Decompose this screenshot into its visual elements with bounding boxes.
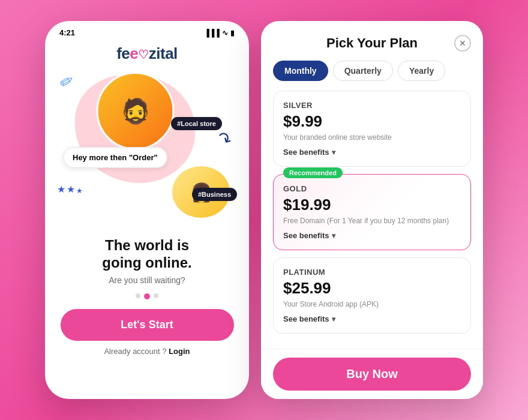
chevron-down-icon: ▾	[332, 148, 335, 157]
star-icon-3: ★	[76, 187, 83, 195]
left-phone: 4:21 ▐▐▐ ∿ ▮ fee♡zital ✏ 🧔 #Local store …	[45, 21, 249, 399]
already-account-text: Already account ? Login	[104, 347, 190, 356]
battery-icon: ▮	[230, 29, 235, 37]
panel-header: Pick Your Plan ✕	[273, 35, 471, 51]
hero-area: ✏ 🧔 #Local store Hey more then "Order" ↷…	[45, 63, 249, 231]
plan-platinum: PLATINUM $25.99 Your Store Android app (…	[273, 257, 471, 334]
plan-gold-name: GOLD	[283, 184, 461, 193]
avatar-man: 🧔	[97, 72, 175, 150]
tagline: The world is going online.	[90, 237, 203, 272]
tagline-line2: going online.	[102, 254, 191, 271]
business-tag: #Business	[192, 188, 237, 201]
tab-quarterly[interactable]: Quarterly	[333, 61, 393, 81]
panel-title: Pick Your Plan	[326, 35, 418, 51]
local-tag: #Local store	[171, 117, 222, 130]
plan-silver-name: SILVER	[283, 101, 461, 110]
chevron-down-icon-2: ▾	[332, 232, 335, 240]
recommended-badge: Recommended	[283, 167, 343, 178]
login-link[interactable]: Login	[169, 347, 190, 356]
right-panel: Pick Your Plan ✕ Monthly Quarterly Yearl…	[261, 21, 483, 399]
plan-silver-benefits-btn[interactable]: See benefits ▾	[283, 148, 461, 157]
signal-icon: ▐▐▐	[204, 29, 220, 37]
plan-gold-price: $19.99	[283, 196, 461, 214]
star-icon-2: ★	[67, 184, 75, 195]
carousel-dots	[136, 293, 158, 299]
dot-3	[154, 293, 158, 298]
close-button[interactable]: ✕	[454, 35, 471, 52]
lets-start-button[interactable]: Let's Start	[61, 309, 234, 341]
tab-monthly[interactable]: Monthly	[273, 61, 328, 81]
plan-platinum-price: $25.99	[283, 279, 461, 298]
plan-gold-benefits-btn[interactable]: See benefits ▾	[283, 231, 461, 240]
stars-decoration: ★ ★ ★	[57, 184, 83, 195]
chevron-down-icon-3: ▾	[332, 315, 335, 323]
plan-platinum-benefits-btn[interactable]: See benefits ▾	[283, 314, 461, 323]
speech-bubble: Hey more then "Order"	[63, 147, 167, 168]
plan-platinum-desc: Your Store Android app (APK)	[283, 300, 461, 308]
buy-bar: Buy Now	[261, 349, 483, 399]
plan-gold-desc: Free Domain (For 1 Year if you buy 12 mo…	[283, 217, 461, 225]
plan-silver-price: $9.99	[283, 112, 461, 131]
status-icons: ▐▐▐ ∿ ▮	[204, 29, 235, 37]
dot-2	[144, 293, 150, 299]
arrow-icon: ↷	[213, 127, 235, 151]
plan-silver: SILVER $9.99 Your branded online store w…	[273, 91, 471, 167]
wifi-icon: ∿	[222, 29, 228, 37]
plan-platinum-name: PLATINUM	[283, 268, 461, 277]
app-logo: fee♡zital	[116, 44, 178, 63]
status-bar: 4:21 ▐▐▐ ∿ ▮	[45, 21, 249, 40]
tagline-line1: The world is	[105, 237, 189, 253]
plan-gold: Recommended GOLD $19.99 Free Domain (For…	[273, 174, 471, 250]
sub-tagline: Are you still waiting?	[109, 275, 185, 285]
dot-1	[136, 293, 140, 298]
tab-yearly[interactable]: Yearly	[398, 61, 445, 81]
plan-tabs: Monthly Quarterly Yearly	[273, 61, 471, 81]
star-icon-1: ★	[57, 184, 65, 195]
pencil-icon: ✏	[56, 70, 77, 94]
buy-now-button[interactable]: Buy Now	[273, 358, 471, 391]
plan-silver-desc: Your branded online store website	[283, 133, 461, 142]
time: 4:21	[59, 28, 75, 37]
